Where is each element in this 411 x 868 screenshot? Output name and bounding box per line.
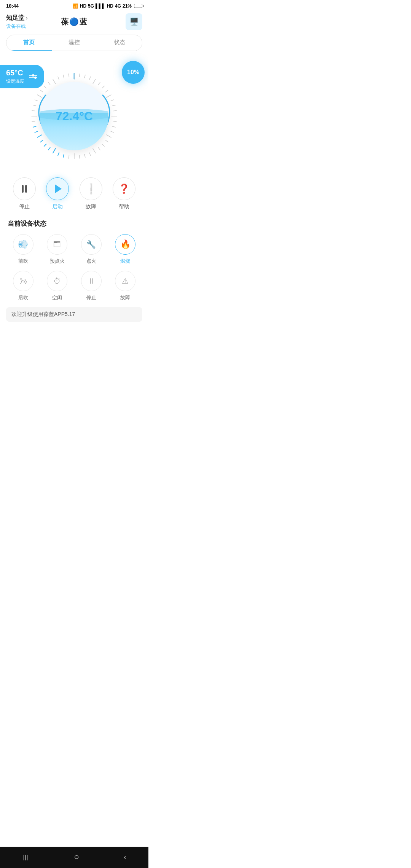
status-section: 当前设备状态 💨 前吹 🗔 预点火 🔧 点火 🔥 燃烧 xyxy=(0,216,148,301)
svg-line-14 xyxy=(113,121,116,122)
idle-label: 空闲 xyxy=(52,294,62,301)
tab-temperature[interactable]: 温控 xyxy=(52,35,97,51)
svg-line-38 xyxy=(32,110,35,111)
pre-ignite-icon-wrap: 🗔 xyxy=(47,234,67,255)
svg-line-34 xyxy=(35,131,38,132)
wind-front-icon: 💨 xyxy=(18,239,28,249)
help-button[interactable]: ❓ 帮助 xyxy=(113,177,135,210)
temp-set-values: 65°C 设定温度 xyxy=(6,69,24,85)
pre-ignite-icon: 🗔 xyxy=(53,240,61,249)
network-4g: 4G xyxy=(115,3,121,9)
play-icon xyxy=(55,184,62,193)
pause-icon xyxy=(22,185,27,193)
svg-line-12 xyxy=(113,110,116,111)
svg-line-2 xyxy=(80,74,80,77)
svg-line-11 xyxy=(112,105,115,106)
status-icons: 📶 HD 5G ▌▌▌ HD 4G 21% xyxy=(73,3,142,9)
front-blow-label: 前吹 xyxy=(18,258,28,265)
stop-button[interactable]: 停止 xyxy=(13,177,36,210)
svg-line-30 xyxy=(48,148,50,150)
fault-button[interactable]: ❕ 故障 xyxy=(80,177,102,210)
svg-line-6 xyxy=(98,82,100,85)
header-left: 知足堂 › 设备在线 xyxy=(6,14,28,30)
gauge-temp-display: 72.4°C xyxy=(56,109,93,123)
hd2-label: HD xyxy=(107,3,113,9)
wifi-icon: 📶 xyxy=(73,3,78,9)
ignite-icon: 🔧 xyxy=(86,240,96,249)
svg-line-23 xyxy=(84,154,85,157)
svg-line-44 xyxy=(48,82,50,85)
back-blow-label: 后吹 xyxy=(18,294,28,301)
chevron-right-icon: › xyxy=(26,15,28,21)
burn-icon-wrap: 🔥 xyxy=(115,234,135,255)
status-grid: 💨 前吹 🗔 预点火 🔧 点火 🔥 燃烧 🌬 后 xyxy=(8,234,141,301)
fault-label: 故障 xyxy=(86,203,96,210)
fault-status-label: 故障 xyxy=(120,294,130,301)
svg-line-42 xyxy=(40,90,43,92)
status-item-back-blow: 🌬 后吹 xyxy=(8,271,39,301)
idle-icon-wrap: ⏱ xyxy=(47,271,67,291)
status-item-front-blow: 💨 前吹 xyxy=(8,234,39,265)
idle-icon: ⏱ xyxy=(53,277,61,286)
svg-line-47 xyxy=(63,75,64,78)
svg-line-28 xyxy=(58,153,59,155)
svg-line-8 xyxy=(106,90,108,92)
help-icon-wrap: ❓ xyxy=(113,177,135,200)
svg-line-35 xyxy=(33,126,36,127)
svg-line-21 xyxy=(93,148,96,153)
svg-line-4 xyxy=(89,77,91,80)
tab-status[interactable]: 状态 xyxy=(97,35,142,51)
svg-line-41 xyxy=(37,95,42,97)
stop-label: 停止 xyxy=(19,203,30,210)
svg-line-26 xyxy=(68,155,69,158)
temp-set-label: 设定温度 xyxy=(6,78,24,85)
battery-pct: 21% xyxy=(123,3,132,9)
status-item-stop: ⏸ 停止 xyxy=(76,271,107,301)
notice-text: 欢迎升级使用葆蓝APP5.17 xyxy=(11,311,75,317)
avatar[interactable]: 🖥️ xyxy=(126,13,142,30)
status-item-pre-ignite: 🗔 预点火 xyxy=(42,234,73,265)
status-item-burn: 🔥 燃烧 xyxy=(110,234,141,265)
location-row[interactable]: 知足堂 › xyxy=(6,14,28,22)
tabs: 首页 温控 状态 xyxy=(6,35,142,51)
logo-text: 葆🔵蓝 xyxy=(61,17,88,27)
svg-line-16 xyxy=(111,131,113,132)
flame-icon: 🔥 xyxy=(120,239,131,249)
wind-back-icon-wrap: 🌬 xyxy=(13,271,33,291)
svg-line-22 xyxy=(89,153,91,155)
ignite-label: 点火 xyxy=(86,258,96,265)
svg-line-15 xyxy=(112,126,115,127)
svg-line-9 xyxy=(107,95,111,97)
question-icon: ❓ xyxy=(118,183,130,194)
status-bar: 18:44 📶 HD 5G ▌▌▌ HD 4G 21% xyxy=(0,0,148,10)
temp-set-value: 65°C xyxy=(6,69,24,77)
start-button[interactable]: 启动 xyxy=(46,177,69,210)
svg-line-24 xyxy=(80,155,80,158)
status-time: 18:44 xyxy=(6,3,19,9)
svg-line-20 xyxy=(98,148,100,150)
pre-ignite-label: 预点火 xyxy=(50,258,65,265)
gauge-container: 72.4°C xyxy=(29,70,120,162)
status-item-fault: ⚠ 故障 xyxy=(110,271,141,301)
pause-bar-2 xyxy=(25,185,27,193)
svg-line-7 xyxy=(102,86,105,88)
status-item-ignite: 🔧 点火 xyxy=(76,234,107,265)
fault-icon-wrap: ❕ xyxy=(80,177,102,200)
stop-status-icon-wrap: ⏸ xyxy=(81,271,102,291)
signal-5g: 5G xyxy=(88,3,94,9)
notice-bar: 欢迎升级使用葆蓝APP5.17 xyxy=(6,307,142,322)
burn-label: 燃烧 xyxy=(120,258,130,265)
hd1-label: HD xyxy=(80,3,86,9)
location-text: 知足堂 xyxy=(6,14,24,22)
svg-line-29 xyxy=(53,148,56,153)
start-label: 启动 xyxy=(52,203,63,210)
signal-bars: ▌▌▌ xyxy=(96,3,105,9)
svg-line-43 xyxy=(44,86,46,88)
gauge-inner: 72.4°C xyxy=(40,82,108,150)
tab-home[interactable]: 首页 xyxy=(6,35,52,51)
svg-line-48 xyxy=(68,74,69,77)
ignite-icon-wrap: 🔧 xyxy=(81,234,102,255)
avatar-emoji: 🖥️ xyxy=(129,17,139,26)
device-status: 设备在线 xyxy=(6,23,28,30)
exclamation-icon: ❕ xyxy=(85,183,97,195)
